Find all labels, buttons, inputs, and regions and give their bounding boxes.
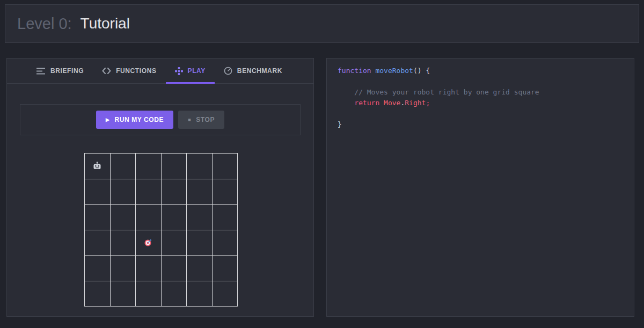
grid-cell <box>136 179 162 205</box>
code-token: function <box>338 67 371 75</box>
stop-button[interactable]: ■ STOP <box>178 111 224 129</box>
grid-cell <box>213 256 238 281</box>
grid-cell <box>187 230 213 256</box>
grid-cell <box>85 281 111 307</box>
code-token: Right <box>405 99 426 107</box>
tab-label: BENCHMARK <box>237 67 282 75</box>
grid-cell <box>111 154 136 179</box>
code-token: // Moves your robot right by one grid sq… <box>354 88 539 96</box>
code-token: ; <box>426 99 430 107</box>
code-line: return Move.Right; <box>338 98 623 108</box>
run-my-code-button[interactable]: ▶ RUN MY CODE <box>96 111 173 129</box>
tab-label: BRIEFING <box>50 67 84 75</box>
tab-label: FUNCTIONS <box>116 67 156 75</box>
grid-cell <box>162 281 187 307</box>
play-icon: ▶ <box>106 118 110 122</box>
code-token: moveRobot <box>375 67 413 75</box>
briefing-icon <box>36 68 46 75</box>
robot-icon <box>92 162 102 170</box>
grid-cell <box>162 256 187 281</box>
main-content: BRIEFINGFUNCTIONSPLAYBENCHMARK ▶ RUN MY … <box>6 58 638 317</box>
tab-functions[interactable]: FUNCTIONS <box>93 59 165 83</box>
game-panel: BRIEFINGFUNCTIONSPLAYBENCHMARK ▶ RUN MY … <box>6 58 314 317</box>
grid-cell <box>111 205 136 230</box>
run-button-label: RUN MY CODE <box>114 116 164 123</box>
level-header: Level 0: Tutorial <box>5 4 639 43</box>
grid-cell <box>111 256 136 281</box>
stop-button-label: STOP <box>196 116 215 123</box>
grid-cell <box>187 281 213 307</box>
code-line: function moveRobot() { <box>338 65 623 76</box>
code-token <box>379 99 384 107</box>
tab-label: PLAY <box>188 67 206 75</box>
run-controls: ▶ RUN MY CODE ■ STOP <box>20 104 301 135</box>
grid-cell <box>162 205 187 230</box>
grid-cell <box>136 205 162 230</box>
stop-icon: ■ <box>188 118 191 122</box>
code-token: } <box>338 120 342 128</box>
target-icon <box>144 238 152 247</box>
grid-cell <box>136 281 162 307</box>
code-line: // Moves your robot right by one grid sq… <box>338 87 623 98</box>
code-line: } <box>338 119 623 130</box>
code-token: return <box>354 99 379 107</box>
code-token <box>338 99 354 107</box>
grid-cell <box>111 179 136 205</box>
grid-cell <box>136 230 162 256</box>
grid-cell <box>213 230 238 256</box>
level-title: Tutorial <box>80 15 130 32</box>
code-line <box>338 76 623 87</box>
code-token: Move <box>384 99 400 107</box>
code-editor[interactable]: function moveRobot() { // Moves your rob… <box>327 59 634 316</box>
functions-icon <box>102 68 111 74</box>
tab-benchmark[interactable]: BENCHMARK <box>215 59 291 83</box>
grid-cell <box>162 179 187 205</box>
tab-briefing[interactable]: BRIEFING <box>27 59 93 83</box>
grid-cell <box>213 154 238 179</box>
level-label: Level 0: <box>17 15 72 33</box>
grid-cell <box>85 179 111 205</box>
code-editor-panel: function moveRobot() { // Moves your rob… <box>326 58 634 317</box>
grid-cell <box>162 230 187 256</box>
grid-cell <box>187 256 213 281</box>
grid-cell <box>213 205 238 230</box>
grid-cell <box>162 154 187 179</box>
play-tab-icon <box>175 67 183 75</box>
grid-cell <box>187 154 213 179</box>
grid-cell <box>187 205 213 230</box>
tab-bar: BRIEFINGFUNCTIONSPLAYBENCHMARK <box>7 59 313 84</box>
grid-cell <box>85 256 111 281</box>
code-token <box>338 88 354 96</box>
grid-cell <box>85 230 111 256</box>
grid-cell <box>111 281 136 307</box>
grid-cell <box>136 154 162 179</box>
grid-cell <box>85 154 111 179</box>
game-grid <box>84 153 238 307</box>
grid-cell <box>85 205 111 230</box>
grid-cell <box>213 281 238 307</box>
grid-cell <box>136 256 162 281</box>
grid-cell <box>187 179 213 205</box>
grid-cell <box>111 230 136 256</box>
benchmark-icon <box>224 67 232 75</box>
grid-cell <box>213 179 238 205</box>
code-token: () { <box>413 67 430 75</box>
tab-play[interactable]: PLAY <box>166 59 215 83</box>
code-line <box>338 108 623 119</box>
